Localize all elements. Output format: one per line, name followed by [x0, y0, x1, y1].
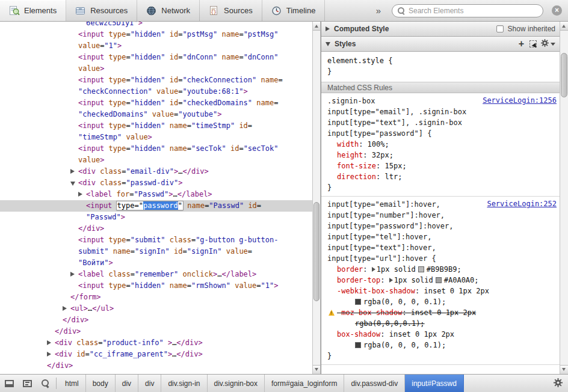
inspect-element-button[interactable]: [36, 375, 54, 392]
dom-tree-line[interactable]: <input type="hidden" id="dnConn" name="d…: [0, 52, 312, 63]
css-property-wrapped-value[interactable]: rgba(0,0,0,0.1);: [327, 318, 555, 329]
stylesheet-link[interactable]: ServiceLogin:1256: [483, 96, 557, 105]
color-swatch[interactable]: [355, 342, 361, 348]
scroll-down-button[interactable]: [313, 365, 320, 374]
expand-arrow-icon[interactable]: [70, 169, 75, 174]
expand-arrow-icon[interactable]: [47, 352, 51, 357]
settings-button[interactable]: [548, 375, 568, 392]
dom-tree-line[interactable]: value>: [0, 63, 312, 75]
dom-tree-line[interactable]: <input type="hidden" id="checkedDomains"…: [0, 97, 312, 109]
breadcrumb-item-selected[interactable]: input#Passwd: [405, 375, 464, 392]
tab-network[interactable]: Network: [137, 0, 200, 21]
dom-tree-line[interactable]: submit" name="signIn" id="signIn" value=: [0, 246, 312, 257]
dom-tree-line[interactable]: <div class="email-div">…</div>: [0, 166, 312, 177]
breadcrumb-item[interactable]: body: [86, 375, 116, 392]
expand-arrow-icon[interactable]: [326, 42, 330, 46]
css-selector[interactable]: input[type="tel"]:hover,: [327, 231, 555, 242]
css-property[interactable]: width: 100%;: [327, 139, 555, 150]
dom-tree-line[interactable]: "Passwd">: [0, 212, 312, 223]
breadcrumb-item[interactable]: div.sign-in: [161, 375, 207, 392]
collapse-arrow-icon[interactable]: [326, 26, 330, 31]
collapse-arrow-icon[interactable]: [70, 182, 75, 186]
stylesheet-link[interactable]: ServiceLogin:252: [487, 200, 557, 208]
scroll-down-button[interactable]: [560, 365, 568, 374]
scrollbar-thumb[interactable]: [313, 202, 320, 301]
css-selector[interactable]: input[type="password"]:hover,: [327, 221, 555, 231]
dom-tree-line[interactable]: "timeStmp" value>: [0, 132, 312, 143]
css-property-wrapped-value[interactable]: rgba(0, 0, 0, 0.1);: [327, 340, 555, 351]
dom-tree-line[interactable]: <input type="hidden" name="secTok" id="s…: [0, 143, 312, 155]
tab-timeline[interactable]: Timeline: [262, 0, 326, 21]
expand-arrow-icon[interactable]: [372, 267, 375, 272]
dom-tree-line[interactable]: </form>: [0, 292, 312, 303]
breadcrumb-item[interactable]: html: [58, 375, 86, 392]
dom-tree-line[interactable]: <div class="passwd-div">: [0, 177, 312, 189]
dom-tree-line[interactable]: <input type="submit" class="g-button g-b…: [0, 234, 312, 246]
dom-tree-line[interactable]: <div class="product-info" >…</div>: [0, 337, 312, 349]
overflow-panels-chevron[interactable]: »: [374, 5, 383, 16]
expand-arrow-icon[interactable]: [389, 278, 393, 283]
computed-style-header[interactable]: Computed Style Show inherited: [321, 22, 560, 37]
dom-tree-line[interactable]: <input type="hidden" id="pstMsg" name="p…: [0, 29, 312, 40]
dom-tree-line[interactable]: </div>: [0, 314, 312, 326]
expand-arrow-icon[interactable]: [47, 340, 51, 345]
dom-tree-line[interactable]: value="1">: [0, 40, 312, 52]
dom-tree-line[interactable]: value>: [0, 155, 312, 166]
css-selector[interactable]: input[type="url"]:hover {: [327, 253, 555, 264]
element-style-rule[interactable]: element.style { }: [321, 52, 560, 78]
dom-tree-line[interactable]: "Войти">: [0, 257, 312, 269]
search-box[interactable]: [392, 4, 543, 17]
css-property[interactable]: border: 1px solid#B9B9B9;: [327, 264, 555, 275]
css-property[interactable]: height: 32px;: [327, 150, 555, 161]
css-property[interactable]: box-shadow: inset 0 1px 2px: [327, 329, 555, 340]
expand-arrow-icon[interactable]: [63, 306, 67, 311]
console-toggle-button[interactable]: [18, 375, 36, 392]
dom-tree-line[interactable]: <label class="remember" onclick>…</label…: [0, 269, 312, 280]
css-selector[interactable]: input[type="text"], .signin-box: [327, 117, 555, 128]
element-state-button[interactable]: [529, 40, 537, 47]
dock-side-button[interactable]: [0, 375, 18, 392]
dom-tree-line[interactable]: <input type="hidden" name="timeStmp" id=: [0, 120, 312, 132]
css-property[interactable]: direction: ltr;: [327, 171, 555, 182]
tab-resources[interactable]: Resources: [66, 0, 137, 21]
close-button[interactable]: ×: [552, 5, 562, 16]
tab-sources[interactable]: {}Sources: [200, 0, 262, 21]
dom-tree-line[interactable]: </div>: [0, 360, 312, 372]
dom-tree-line[interactable]: <input type="hidden" name="rmShown" valu…: [0, 280, 312, 292]
css-selector[interactable]: input[type="text"]:hover,: [327, 242, 555, 253]
dom-tree-line[interactable]: <label for="Passwd">…</label>: [0, 189, 312, 200]
expand-arrow-icon[interactable]: [78, 192, 82, 197]
search-input[interactable]: [409, 7, 537, 15]
attribute-value-editor[interactable]: type="password": [117, 201, 183, 210]
breadcrumb-item[interactable]: div.signin-box: [208, 375, 265, 392]
css-selector[interactable]: input[type="password"] {: [327, 128, 555, 139]
color-swatch[interactable]: [436, 277, 442, 283]
elements-scrollbar[interactable]: [312, 22, 321, 374]
styles-settings-button[interactable]: [541, 39, 555, 49]
breadcrumb-item[interactable]: form#gaia_loginform: [265, 375, 344, 392]
scrollbar-thumb[interactable]: [561, 53, 567, 97]
breadcrumb-item[interactable]: div.passwd-div: [344, 375, 405, 392]
dom-tree-line[interactable]: 6ecwzc5D1yI'>: [0, 22, 312, 29]
color-swatch[interactable]: [418, 266, 424, 272]
scroll-up-button[interactable]: [560, 22, 568, 31]
new-style-rule-button[interactable]: +: [517, 40, 525, 48]
breadcrumb-item[interactable]: div: [116, 375, 138, 392]
css-selector[interactable]: input[type="number"]:hover,: [327, 210, 555, 221]
dom-tree-line[interactable]: "checkedDomains" value="youtube">: [0, 109, 312, 120]
css-property[interactable]: font-size: 15px;: [327, 161, 555, 171]
show-inherited-checkbox[interactable]: [496, 25, 504, 32]
color-swatch[interactable]: [355, 299, 361, 305]
css-property[interactable]: border-top: 1px solid#A0A0A0;: [327, 275, 555, 286]
dom-tree-line[interactable]: <div id="cc_iframe_parent">…</div>: [0, 349, 312, 360]
dom-tree-line[interactable]: </div>: [0, 223, 312, 234]
css-selector[interactable]: input[type="email"], .signin-box: [327, 106, 555, 117]
breadcrumb-item[interactable]: div: [138, 375, 161, 392]
dom-tree-line[interactable]: </div>: [0, 326, 312, 337]
css-property-wrapped-value[interactable]: rgba(0, 0, 0, 0.1);: [327, 296, 555, 307]
dom-tree-line[interactable]: <input type="hidden" id="checkConnection…: [0, 75, 312, 86]
scroll-up-button[interactable]: [313, 22, 320, 31]
css-property[interactable]: -moz-box-shadow: inset 0 1px 2px: [327, 307, 555, 318]
dom-tree-line[interactable]: <ul>…</ul>: [0, 303, 312, 314]
expand-arrow-icon[interactable]: [70, 272, 75, 277]
